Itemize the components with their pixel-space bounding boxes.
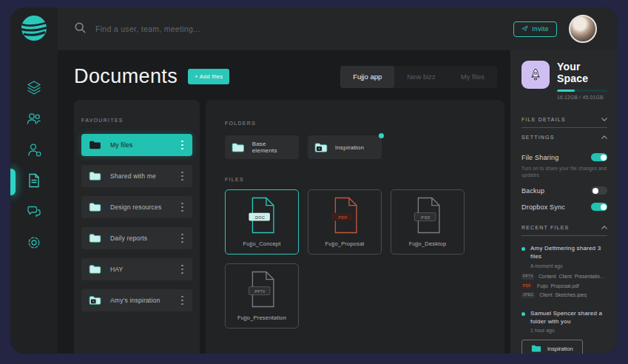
activity-bullet bbox=[521, 312, 525, 316]
folder-icon bbox=[89, 264, 101, 274]
notification-dot bbox=[379, 133, 384, 138]
right-panel: Your Space 16.12GB / 45.01GB FILE DETAIL… bbox=[510, 50, 618, 354]
documents-icon[interactable] bbox=[26, 172, 42, 189]
active-nav-indicator bbox=[10, 169, 16, 195]
favourites-panel: FAVOURITES My files Sh bbox=[74, 100, 200, 354]
layers-icon[interactable] bbox=[26, 79, 42, 95]
file-grid: .DOC Fujjo_Concept .PDF bbox=[225, 189, 465, 328]
shared-folder-icon bbox=[314, 142, 328, 153]
kebab-menu-icon[interactable] bbox=[179, 232, 186, 246]
tab-bar: Fujjo app New bizz My files bbox=[340, 66, 497, 88]
file-details-collapse[interactable]: FILE DETAILS bbox=[521, 110, 607, 127]
svg-text:.PPTX: .PPTX bbox=[254, 289, 266, 294]
favourite-item-design-resources[interactable]: Design resources bbox=[81, 196, 192, 218]
file-card-fujjo-presentation[interactable]: .PPTX Fujjo_Presentation bbox=[225, 263, 299, 328]
pptx-badge: PPTX bbox=[521, 274, 534, 280]
shared-file-row[interactable]: PDF Fujjo_Proposal.pdf bbox=[521, 283, 607, 289]
search-icon bbox=[74, 21, 87, 37]
files-section-label: FILES bbox=[225, 177, 490, 182]
psd-file-icon: .PSD bbox=[411, 196, 444, 235]
favourite-item-shared-with-me[interactable]: Shared with me bbox=[81, 165, 192, 187]
space-title: Your Space bbox=[557, 61, 607, 84]
kebab-menu-icon[interactable] bbox=[179, 294, 186, 308]
svg-text:.DOC: .DOC bbox=[254, 215, 265, 220]
folder-icon bbox=[232, 142, 245, 153]
pptx-file-icon: .PPTX bbox=[246, 270, 278, 309]
app-logo[interactable] bbox=[19, 13, 49, 43]
recent-activity-item: Samuel Spencer shared a folder with you … bbox=[521, 310, 607, 354]
topbar: Find a user, team, meeting... Invite bbox=[58, 7, 618, 50]
documents-panel: FOLDERS Base elements bbox=[206, 100, 504, 354]
search-placeholder: Find a user, team, meeting... bbox=[95, 24, 200, 33]
storage-progress-fill bbox=[557, 90, 575, 92]
folder-icon bbox=[89, 202, 101, 212]
chat-icon[interactable] bbox=[26, 203, 42, 220]
rocket-icon bbox=[521, 61, 550, 89]
tab-new-bizz[interactable]: New bizz bbox=[394, 66, 448, 88]
dropbox-sync-toggle[interactable] bbox=[591, 203, 607, 211]
recent-activity-item: Amy Dettmering shared 3 files A moment a… bbox=[521, 245, 607, 298]
file-card-fujjo-concept[interactable]: .DOC Fujjo_Concept bbox=[225, 189, 299, 255]
pdf-file-icon: .PDF bbox=[328, 196, 361, 235]
file-card-fujjo-desktop[interactable]: .PSD Fujjo_Desktop bbox=[391, 189, 465, 255]
user-add-icon[interactable] bbox=[26, 141, 42, 158]
tab-my-files[interactable]: My files bbox=[448, 66, 497, 88]
invite-button[interactable]: Invite bbox=[513, 21, 557, 37]
divider bbox=[521, 235, 607, 236]
app-window: Find a user, team, meeting... Invite Doc… bbox=[10, 7, 618, 354]
file-card-fujjo-proposal[interactable]: .PDF Fujjo_Proposal bbox=[308, 189, 382, 255]
page-title: Documents bbox=[74, 65, 178, 88]
sidebar-rail bbox=[10, 7, 58, 354]
file-sharing-toggle[interactable] bbox=[591, 153, 607, 161]
chevron-up-icon bbox=[601, 225, 607, 230]
inspiration-folder-button[interactable]: Inspiration bbox=[521, 340, 583, 354]
settings-gear-icon[interactable] bbox=[26, 235, 42, 251]
folder-icon bbox=[89, 140, 101, 150]
shared-file-row[interactable]: JPEG Client_Sketches.jpeg bbox=[521, 292, 607, 298]
settings-collapse[interactable]: SETTINGS bbox=[521, 128, 607, 145]
jpeg-badge: JPEG bbox=[521, 292, 535, 298]
chevron-up-icon bbox=[601, 135, 607, 140]
file-sharing-caption: Turn on to share your file changes and u… bbox=[521, 165, 607, 178]
folder-icon bbox=[89, 233, 101, 243]
folder-card-base-elements[interactable]: Base elements bbox=[225, 135, 299, 159]
kebab-menu-icon[interactable] bbox=[179, 169, 186, 183]
folder-icon bbox=[531, 344, 541, 353]
activity-bullet bbox=[521, 247, 525, 251]
favourites-section-label: FAVOURITES bbox=[81, 118, 124, 123]
storage-progress-bar bbox=[557, 90, 607, 92]
search-input[interactable]: Find a user, team, meeting... bbox=[74, 21, 513, 37]
pdf-badge: PDF bbox=[521, 283, 533, 289]
chevron-down-icon bbox=[601, 117, 607, 122]
storage-usage: 16.12GB / 45.01GB bbox=[557, 95, 607, 100]
kebab-menu-icon[interactable] bbox=[179, 200, 186, 215]
recent-files-collapse[interactable]: RECENT FILES bbox=[521, 218, 607, 235]
favourite-item-my-files[interactable]: My files bbox=[81, 134, 192, 156]
favourite-item-amys-inspiration[interactable]: Amy's inspiration bbox=[81, 289, 192, 311]
kebab-menu-icon[interactable] bbox=[179, 263, 186, 277]
folders-section-label: FOLDERS bbox=[225, 121, 256, 126]
shared-folder-icon bbox=[89, 295, 101, 306]
sidebar-nav bbox=[26, 79, 42, 251]
svg-text:.PSD: .PSD bbox=[419, 215, 430, 220]
send-icon bbox=[521, 25, 528, 33]
favourite-item-hay[interactable]: HAY bbox=[81, 258, 192, 280]
shared-file-row[interactable]: PPTX Content_Client_Presentation.pptx bbox=[521, 274, 607, 280]
backup-toggle[interactable] bbox=[591, 186, 607, 195]
folder-icon bbox=[89, 171, 101, 181]
favourite-item-daily-reports[interactable]: Daily reports bbox=[81, 227, 192, 249]
user-avatar[interactable] bbox=[569, 15, 597, 43]
add-files-button[interactable]: + Add files bbox=[188, 69, 229, 84]
users-icon[interactable] bbox=[26, 110, 42, 127]
folder-card-inspiration[interactable]: Inspiration bbox=[308, 135, 382, 159]
svg-text:.PDF: .PDF bbox=[337, 215, 348, 220]
tab-fujjo-app[interactable]: Fujjo app bbox=[340, 66, 394, 88]
kebab-menu-icon[interactable] bbox=[179, 138, 186, 152]
doc-file-icon: .DOC bbox=[246, 196, 278, 235]
